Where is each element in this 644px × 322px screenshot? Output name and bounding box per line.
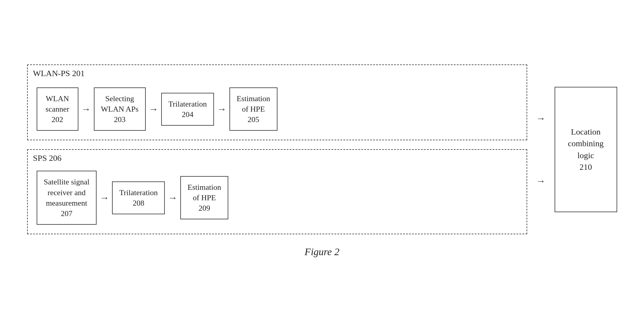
satellite-signal-text: Satellite signal receiver and measuremen… [44,177,90,218]
trilateration-208-text: Trilateration 208 [119,187,158,208]
right-arrows: → → [536,87,546,212]
figure-caption: Figure 2 [305,246,339,258]
satellite-signal-box: Satellite signal receiver and measuremen… [37,171,97,224]
arrow-1: → [81,104,91,115]
sps-box: SPS 206 Satellite signal receiver and me… [27,149,527,234]
wlan-scanner-box: WLAN scanner 202 [37,87,78,131]
trilateration-204-box: Trilateration 204 [161,93,214,126]
arrow-2: → [149,104,158,115]
trilateration-204-text: Trilateration 204 [168,99,207,120]
diagram-area: WLAN-PS 201 WLAN scanner 202 → Selecting… [9,64,635,234]
arrow-to-location-bottom: → [536,176,546,186]
trilateration-208-box: Trilateration 208 [112,181,165,214]
selecting-wlan-aps-text: Selecting WLAN APs 203 [101,93,139,125]
estimation-hpe-209-text: Estimation of HPE 209 [187,182,221,213]
wlan-ps-label: WLAN-PS 201 [33,69,85,78]
arrow-4: → [100,192,109,203]
estimation-hpe-205-box: Estimation of HPE 205 [229,87,277,131]
arrow-to-location-top: → [536,113,546,123]
location-combining-box: Location combining logic 210 [555,87,617,212]
arrow-5: → [168,192,177,203]
estimation-hpe-209-box: Estimation of HPE 209 [180,176,228,219]
left-side: WLAN-PS 201 WLAN scanner 202 → Selecting… [27,64,527,234]
arrow-3: → [217,104,226,115]
selecting-wlan-aps-box: Selecting WLAN APs 203 [94,87,146,131]
page: WLAN-PS 201 WLAN scanner 202 → Selecting… [9,9,635,313]
sps-flow-row: Satellite signal receiver and measuremen… [37,171,518,224]
sps-label: SPS 206 [33,153,62,163]
wlan-scanner-text: WLAN scanner 202 [46,93,69,125]
wlan-ps-box: WLAN-PS 201 WLAN scanner 202 → Selecting… [27,64,527,140]
location-combining-text: Location combining logic 210 [568,126,604,173]
estimation-hpe-205-text: Estimation of HPE 205 [237,93,270,125]
wlan-flow-row: WLAN scanner 202 → Selecting WLAN APs 20… [37,87,518,131]
